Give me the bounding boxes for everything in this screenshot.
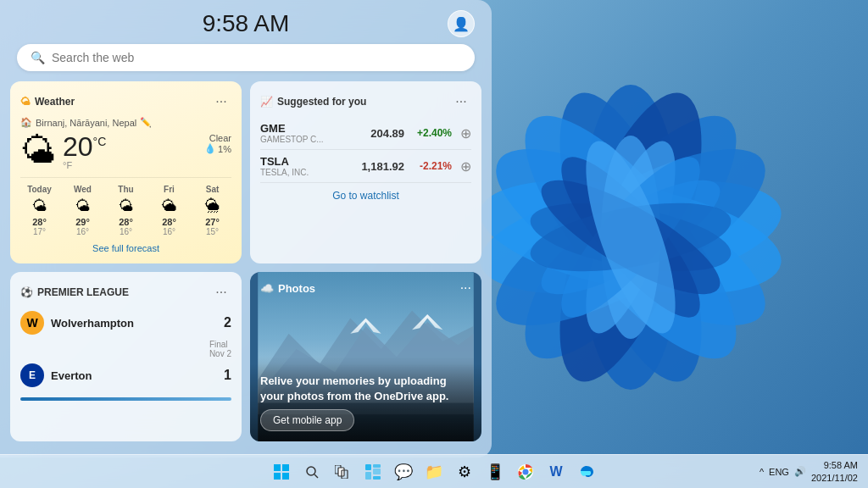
home-icon: 🏠 [20, 117, 32, 128]
search-input[interactable] [52, 51, 461, 64]
weather-title: 🌤 Weather [20, 96, 75, 108]
weather-big-icon: 🌤 [20, 133, 56, 169]
forecast-day-1: Wed 🌤 29° 16° [64, 185, 102, 236]
svg-rect-29 [282, 473, 289, 480]
forecast-day-0: Today 🌤 28° 17° [20, 185, 58, 236]
svg-rect-36 [373, 464, 381, 468]
chrome-button[interactable] [512, 458, 539, 485]
widgets-grid: 🌤 Weather ··· 🏠 Birnanj, Nārāyani, Nepal… [0, 81, 492, 452]
widgets-icon [365, 464, 381, 480]
forecast-day-2: Thu 🌤 28° 16° [107, 185, 145, 236]
photos-icon: ☁️ [260, 282, 274, 295]
wolverhampton-logo: W [20, 311, 44, 335]
stock-tsla-info: TSLA TESLA, INC. [260, 155, 348, 177]
start-icon [274, 464, 289, 480]
task-view-button[interactable] [329, 458, 356, 485]
pl-title: ⚽ PREMIER LEAGUE [20, 286, 129, 298]
pl-menu-button[interactable]: ··· [211, 282, 231, 302]
weather-forecast: Today 🌤 28° 17° Wed 🌤 29° 16° Thu 🌤 28° … [20, 177, 231, 236]
weather-location: 🏠 Birnanj, Nārāyani, Nepal ✏️ [20, 117, 231, 128]
settings-button[interactable]: ⚙ [451, 458, 478, 485]
stock-gme-info: GME GAMESTOP C... [260, 122, 348, 144]
panel-header: 9:58 AM 👤 [0, 0, 492, 44]
chrome-icon [518, 464, 533, 480]
stock-tsla-add-button[interactable]: ⊕ [460, 158, 471, 175]
photos-widget: ☁️ Photos ··· Relive your memories by up… [250, 272, 481, 441]
svg-rect-35 [365, 464, 371, 470]
taskbar-clock[interactable]: 9:58 AM 2021/11/02 [811, 459, 858, 484]
weather-temperature: 20°C [63, 133, 198, 160]
stocks-icon: 📈 [260, 96, 273, 108]
weather-menu-button[interactable]: ··· [211, 92, 231, 112]
edge-button[interactable] [573, 458, 600, 485]
match-result: Final Nov 2 [20, 338, 231, 360]
forecast-day-3: Fri 🌥 28° 16° [150, 185, 188, 236]
photos-title: ☁️ Photos [260, 282, 315, 295]
team-everton-row: E Everton 1 [20, 360, 231, 391]
weather-temp-block: 20°C °F [63, 133, 198, 170]
team-wolverhampton-row: W Wolverhampton 2 [20, 308, 231, 338]
forecast-day-4: Sat 🌦 27° 15° [193, 185, 231, 236]
stocks-title: 📈 Suggested for you [260, 96, 366, 108]
svg-point-41 [523, 469, 529, 474]
svg-rect-39 [373, 476, 381, 480]
pl-progress-bar [20, 397, 231, 401]
stock-row-gme: GME GAMESTOP C... 204.89 +2.40% ⊕ [260, 117, 471, 150]
search-icon: 🔍 [31, 51, 45, 64]
taskbar: 💬 📁 ⚙ 📱 W ^ ENG 🔊 [0, 454, 868, 488]
svg-line-31 [314, 474, 318, 478]
search-taskbar-icon [304, 464, 320, 480]
photos-widget-header: ☁️ Photos ··· [250, 272, 481, 304]
weather-widget: 🌤 Weather ··· 🏠 Birnanj, Nārāyani, Nepal… [10, 81, 242, 263]
see-forecast-link[interactable]: See full forecast [20, 243, 231, 253]
system-tray-chevron[interactable]: ^ [760, 467, 764, 477]
photos-cta-button[interactable]: Get mobile app [260, 409, 354, 431]
taskbar-center: 💬 📁 ⚙ 📱 W [268, 458, 600, 485]
phone-button[interactable]: 📱 [481, 458, 509, 485]
stock-gme-add-button[interactable]: ⊕ [460, 125, 471, 141]
weather-condition: Clear 💧 1% [204, 133, 231, 154]
start-button[interactable] [268, 458, 295, 485]
search-button[interactable] [298, 458, 326, 485]
search-bar[interactable]: 🔍 [17, 44, 475, 71]
photos-description: Relive your memories by uploading your p… [260, 374, 471, 404]
svg-rect-37 [373, 469, 381, 474]
watchlist-link[interactable]: Go to watchlist [260, 190, 471, 202]
svg-point-30 [307, 467, 315, 475]
word-button[interactable]: W [542, 458, 570, 485]
pl-icon: ⚽ [20, 286, 33, 298]
pl-widget-header: ⚽ PREMIER LEAGUE ··· [20, 282, 231, 302]
weather-widget-header: 🌤 Weather ··· [20, 92, 231, 112]
stock-row-tsla: TSLA TESLA, INC. 1,181.92 -2.21% ⊕ [260, 150, 471, 183]
taskbar-right: ^ ENG 🔊 9:58 AM 2021/11/02 [760, 459, 868, 484]
everton-logo: E [20, 363, 44, 387]
weather-main: 🌤 20°C °F Clear 💧 1% [20, 133, 231, 170]
speaker-icon[interactable]: 🔊 [794, 466, 806, 477]
svg-rect-38 [365, 472, 371, 480]
stocks-widget: 📈 Suggested for you ··· GME GAMESTOP C..… [250, 81, 481, 263]
svg-rect-27 [282, 464, 289, 471]
file-explorer-button[interactable]: 📁 [420, 458, 448, 485]
chat-button[interactable]: 💬 [390, 458, 417, 485]
avatar-button[interactable]: 👤 [448, 10, 475, 37]
task-view-icon [335, 465, 350, 479]
edit-icon[interactable]: ✏️ [140, 117, 152, 128]
stocks-menu-button[interactable]: ··· [451, 92, 471, 112]
panel-time: 9:58 AM [44, 10, 448, 37]
stocks-widget-header: 📈 Suggested for you ··· [260, 92, 471, 112]
widgets-panel: 9:58 AM 👤 🔍 🌤 Weather ··· 🏠 Birnanj, Nār… [0, 0, 492, 458]
weather-icon: 🌤 [20, 96, 31, 108]
svg-rect-26 [274, 464, 281, 471]
widgets-button[interactable] [359, 458, 387, 485]
photos-menu-button[interactable]: ··· [460, 280, 471, 296]
svg-rect-28 [274, 473, 281, 480]
photos-overlay: Relive your memories by uploading your p… [250, 363, 481, 441]
edge-icon [579, 464, 594, 480]
rain-icon: 💧 [204, 143, 216, 154]
language-indicator: ENG [769, 467, 789, 477]
premier-league-widget: ⚽ PREMIER LEAGUE ··· W Wolverhampton 2 F… [10, 272, 242, 441]
